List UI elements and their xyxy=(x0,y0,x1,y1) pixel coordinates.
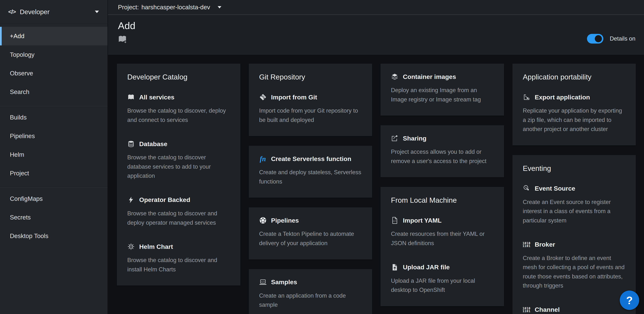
item-label: Operator Backed xyxy=(139,196,190,203)
event-source-icon xyxy=(523,185,530,192)
sidebar-item-observe[interactable]: Observe xyxy=(0,64,108,83)
sidebar-group-1: +AddTopologyObserveSearch xyxy=(0,25,108,106)
sidebar-item-topology[interactable]: Topology xyxy=(0,45,108,64)
add-action-container-images[interactable]: Container imagesDeploy an existing Image… xyxy=(391,73,494,104)
item-head: Upload JAR file xyxy=(391,264,494,271)
sidebar-item-desktop-tools[interactable]: Desktop Tools xyxy=(0,227,108,245)
item-label: All services xyxy=(139,94,174,101)
item-description: Create resources from their YAML or JSON… xyxy=(391,229,494,248)
item-head: Operator Backed xyxy=(127,196,230,204)
add-action-database[interactable]: DatabaseBrowse the catalog to discover d… xyxy=(127,140,230,181)
item-description: Browse the catalog to discover and deplo… xyxy=(127,209,230,227)
item-label: Channel xyxy=(535,306,560,313)
item-label: Container images xyxy=(403,73,456,80)
page-header: Add Details on xyxy=(108,15,644,54)
add-action-broker[interactable]: 10101101BrokerCreate a Broker to define … xyxy=(523,241,626,290)
add-action-event-source[interactable]: Event SourceCreate an Event source to re… xyxy=(523,185,626,225)
item-head: Container images xyxy=(391,73,494,80)
share-icon xyxy=(391,135,398,142)
toggle-knob xyxy=(595,35,602,42)
card-container-images: Container imagesDeploy an existing Image… xyxy=(380,64,504,116)
developer-perspective-icon: </> xyxy=(8,8,16,15)
laptop-code-icon: </> xyxy=(259,279,267,286)
item-description: Browse the catalog to discover and insta… xyxy=(127,256,230,274)
item-label: Helm Chart xyxy=(139,243,173,250)
project-selector[interactable]: Project: harshcasper-localsta-dev xyxy=(108,0,644,15)
item-label: Import from Git xyxy=(271,94,317,101)
card-application-portability: Application portabilityExport applicatio… xyxy=(512,64,636,145)
perspective-label: Developer xyxy=(20,8,95,16)
item-label: Samples xyxy=(271,279,297,286)
card-git-repository: Git RepositoryImport from GitImport code… xyxy=(249,64,372,136)
sidebar-item-add[interactable]: +Add xyxy=(0,27,108,45)
item-head: Helm Chart xyxy=(127,243,230,250)
fn-icon: fn xyxy=(259,155,267,162)
item-description: Browse the catalog to discover, deploy a… xyxy=(127,106,230,124)
file-code-icon: </> xyxy=(391,217,398,224)
card-create-serverless-function: fnCreate Serverless functionCreate and d… xyxy=(249,146,372,198)
item-head: Export application xyxy=(523,93,626,101)
binary-icon: 10101101 xyxy=(523,241,530,248)
sidebar-item-secrets[interactable]: Secrets xyxy=(0,208,108,227)
project-selector-value: harshcasper-localsta-dev xyxy=(142,4,210,11)
card-column-4: Application portabilityExport applicatio… xyxy=(512,64,636,314)
sidebar-item-search[interactable]: Search xyxy=(0,83,108,101)
export-icon xyxy=(523,93,530,101)
sidebar-group-2: BuildsPipelinesHelmProject xyxy=(0,106,108,187)
sidebar-nav: +AddTopologyObserveSearchBuildsPipelines… xyxy=(0,24,108,250)
quick-starts-book-plus-icon[interactable] xyxy=(118,35,127,45)
tekton-icon xyxy=(259,217,267,224)
add-action-samples[interactable]: </>SamplesCreate an application from a c… xyxy=(259,279,362,310)
git-icon xyxy=(259,93,267,101)
item-description: Upload a JAR file from your local deskto… xyxy=(391,276,494,295)
add-action-import-yaml[interactable]: </>Import YAMLCreate resources from thei… xyxy=(391,217,494,248)
add-action-sharing[interactable]: SharingProject access allows you to add … xyxy=(391,135,494,166)
sidebar-item-builds[interactable]: Builds xyxy=(0,108,108,127)
sidebar-item-configmaps[interactable]: ConfigMaps xyxy=(0,190,108,208)
add-action-export-application[interactable]: Export applicationReplicate your applica… xyxy=(523,93,626,134)
perspective-switcher[interactable]: </> Developer xyxy=(0,0,108,24)
details-toggle[interactable] xyxy=(587,34,604,43)
card-column-2: Git RepositoryImport from GitImport code… xyxy=(249,64,372,314)
database-icon xyxy=(127,140,135,148)
add-action-upload-jar-file[interactable]: Upload JAR fileUpload a JAR file from yo… xyxy=(391,264,494,295)
item-label: Create Serverless function xyxy=(271,155,352,162)
card-eventing: EventingEvent SourceCreate an Event sour… xyxy=(512,155,636,314)
add-action-create-serverless-function[interactable]: fnCreate Serverless functionCreate and d… xyxy=(259,155,362,186)
question-mark-icon: ? xyxy=(626,294,633,307)
page-title: Add xyxy=(118,20,636,31)
add-action-pipelines[interactable]: PipelinesCreate a Tekton Pipeline to aut… xyxy=(259,217,362,248)
add-action-import-from-git[interactable]: Import from GitImport code from your Git… xyxy=(259,93,362,124)
item-head: 10101101Channel xyxy=(523,306,626,314)
card-title: From Local Machine xyxy=(391,196,494,204)
item-label: Event Source xyxy=(535,185,575,192)
add-action-all-services[interactable]: All servicesBrowse the catalog to discov… xyxy=(127,93,230,124)
book-open-icon xyxy=(127,93,135,101)
sidebar-item-helm[interactable]: Helm xyxy=(0,145,108,164)
item-head: Database xyxy=(127,140,230,148)
sidebar-group-3: ConfigMapsSecretsDesktop Tools xyxy=(0,187,108,250)
bolt-icon xyxy=(127,196,135,204)
card-developer-catalog: Developer CatalogAll servicesBrowse the … xyxy=(117,64,240,286)
add-action-channel[interactable]: 10101101ChannelCreate a Knative Channel … xyxy=(523,306,626,314)
details-toggle-group: Details on xyxy=(587,34,636,43)
details-toggle-label: Details on xyxy=(610,35,636,42)
item-label: Sharing xyxy=(403,135,426,142)
sidebar-item-project[interactable]: Project xyxy=(0,164,108,183)
layers-icon xyxy=(391,73,398,80)
item-head: </>Samples xyxy=(259,279,362,286)
sidebar-item-pipelines[interactable]: Pipelines xyxy=(0,127,108,145)
chevron-down-icon xyxy=(218,6,222,8)
help-button[interactable]: ? xyxy=(620,291,639,310)
item-label: Broker xyxy=(535,241,555,248)
card-samples: </>SamplesCreate an application from a c… xyxy=(249,269,372,314)
item-description: Deploy an existing Image from an Image r… xyxy=(391,86,494,104)
add-action-helm-chart[interactable]: Helm ChartBrowse the catalog to discover… xyxy=(127,243,230,274)
card-title: Developer Catalog xyxy=(127,73,230,81)
card-pipelines: PipelinesCreate a Tekton Pipeline to aut… xyxy=(249,207,372,259)
add-action-operator-backed[interactable]: Operator BackedBrowse the catalog to dis… xyxy=(127,196,230,227)
item-head: All services xyxy=(127,93,230,101)
svg-text:</>: </> xyxy=(261,281,265,283)
item-head: Sharing xyxy=(391,135,494,142)
item-description: Browse the catalog to discover database … xyxy=(127,153,230,181)
